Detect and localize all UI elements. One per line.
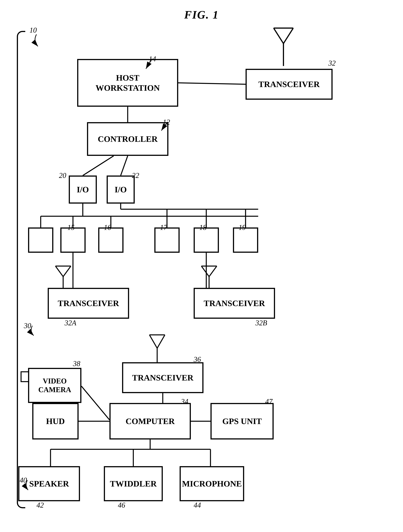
transceiver-top-box: TRANSCEIVER [246,69,333,100]
ref-14: 14 [149,55,156,63]
twiddler-box: TWIDDLER [104,466,163,501]
antenna-32a-icon [55,265,72,291]
label-10: 10 [30,26,37,34]
ref-32b: 32B [255,319,267,327]
small-box-far-left [28,228,53,253]
antenna-36-icon [149,334,166,364]
svg-line-20 [83,156,114,176]
transceiver-36-box: TRANSCEIVER [122,362,204,393]
io1-box: I/O [69,176,97,204]
svg-line-1 [274,28,284,44]
ref-47: 47 [265,397,273,406]
ref-30: 30 [24,322,31,330]
gps-unit-box: GPS UNIT [211,403,274,439]
io2-label: I/O [115,184,127,195]
transceiver-32b-box: TRANSCEIVER [194,288,275,319]
ref-20: 20 [59,171,66,180]
antenna-32b-icon [201,265,217,291]
svg-line-10 [209,266,217,277]
ref-46: 46 [118,501,125,509]
ref-12: 12 [163,118,170,126]
transceiver-32a-label: TRANSCEIVER [58,298,119,308]
ref-32a: 32A [65,319,76,327]
host-workstation-label: HOST WORKSTATION [96,73,160,93]
svg-line-9 [201,266,209,277]
video-camera-box: VIDEO CAMERA [28,368,81,403]
ref-15: 15 [67,223,75,232]
ref-16: 16 [104,223,111,232]
speaker-label: SPEAKER [29,479,69,489]
svg-line-15 [149,335,157,348]
ref-22: 22 [132,171,139,180]
svg-line-5 [56,266,63,277]
hud-label: HUD [46,416,65,426]
transceiver-36-label: TRANSCEIVER [132,373,193,383]
svg-line-6 [63,266,71,277]
svg-line-21 [121,156,128,176]
ref-34: 34 [181,397,188,406]
gps-unit-label: GPS UNIT [222,416,262,426]
ref-32: 32 [328,59,336,67]
ref-42: 42 [37,501,44,509]
host-workstation-box: HOST WORKSTATION [77,59,178,107]
computer-label: COMPUTER [126,416,175,426]
main-bracket [17,31,25,508]
page-title: FIG. 1 [184,8,219,21]
video-camera-label: VIDEO CAMERA [38,377,71,394]
computer-box: COMPUTER [109,403,191,439]
antenna-top-icon [272,27,295,67]
ref-17: 17 [160,223,167,232]
io2-box: I/O [107,176,135,204]
ref-40: 40 [20,476,27,484]
controller-box: CONTROLLER [87,122,168,156]
ref-19: 19 [239,223,246,232]
ref-18: 18 [199,223,207,232]
controller-label: CONTROLLER [98,134,158,144]
svg-line-2 [284,28,293,44]
ref-38: 38 [73,360,80,368]
twiddler-label: TWIDDLER [110,479,157,489]
speaker-box: SPEAKER [18,466,80,501]
svg-line-18 [178,83,246,84]
ref-44: 44 [194,501,201,509]
transceiver-32a-box: TRANSCEIVER [48,288,129,319]
transceiver-32b-label: TRANSCEIVER [204,298,265,308]
microphone-label: MICROPHONE [182,479,242,489]
transceiver-top-label: TRANSCEIVER [259,79,320,89]
svg-line-16 [157,335,165,348]
svg-line-35 [81,386,109,420]
ref-36: 36 [194,355,201,363]
io1-label: I/O [77,184,89,195]
hud-box: HUD [32,403,79,439]
microphone-box: MICROPHONE [180,466,244,501]
